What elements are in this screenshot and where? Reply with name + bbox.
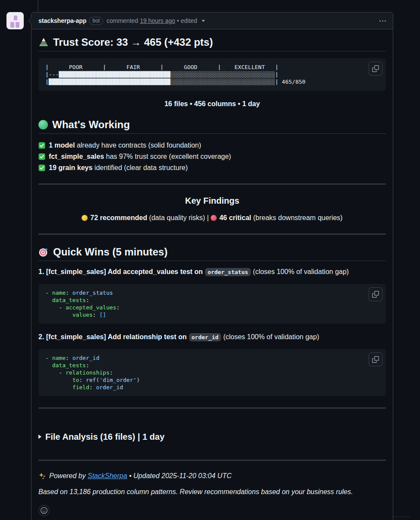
divider	[38, 183, 386, 185]
check-icon	[38, 153, 45, 160]
findings-separator: |	[205, 214, 211, 221]
scan-stats-line: 16 files • 456 columns • 1 day	[38, 99, 386, 108]
whats-working-list: 1 model already have contracts (solid fo…	[38, 141, 386, 172]
item-text: has 97% trust score (excellent coverage)	[104, 153, 231, 160]
edited-label: edited	[181, 17, 197, 24]
timestamp-link[interactable]: 19 hours ago	[140, 17, 175, 24]
comment-author[interactable]: stacksherpa-app	[38, 17, 86, 24]
list-item: 19 grain keys identified (clear data str…	[38, 163, 386, 172]
smiley-icon	[41, 507, 47, 514]
header-dot: •	[177, 17, 179, 24]
bar-top-line: |---█████████████████████████████████░░░…	[45, 71, 379, 78]
divider	[38, 407, 386, 409]
footnote-line: Based on 13,186 production column patter…	[38, 487, 386, 496]
item-bold: 1 model	[49, 142, 75, 149]
trust-score-title: Trust Score: 33 → 465 (+432 pts)	[53, 36, 213, 48]
triangle-right-icon	[38, 435, 41, 439]
quick-wins-title: Quick Wins (5 minutes)	[53, 246, 167, 258]
powered-by-line: Powered by StackSherpa • Updated 2025-11…	[38, 471, 386, 480]
code-block: - name: order_status data_tests: - accep…	[38, 284, 386, 324]
critical-count: 46 critical	[219, 214, 251, 221]
item-bold: [fct_simple_sales] Add accepted_values t…	[44, 268, 203, 275]
comment-options-kebab-icon[interactable]	[379, 20, 386, 22]
quick-wins-heading: Quick Wins (5 minutes)	[38, 246, 386, 261]
updated-text: • Updated 2025-11-20 03:04 UTC	[129, 472, 231, 479]
item-bold: 19 grain keys	[49, 164, 92, 171]
item-number: 2.	[38, 333, 44, 340]
whats-working-heading: What's Working	[38, 119, 386, 134]
item-number: 1.	[38, 268, 44, 275]
item-bold: fct_simple_sales	[49, 153, 104, 160]
bar-bottom-line: |████████████████████████████████████░░░…	[45, 78, 379, 85]
file-analysis-details: File Analysis (16 files) | 1 day	[38, 431, 386, 442]
key-findings-heading: Key Findings	[38, 195, 386, 206]
check-icon	[38, 142, 45, 149]
trust-score-heading: Trust Score: 33 → 465 (+432 pts)	[38, 36, 386, 51]
avatar-logo-shape	[10, 22, 14, 28]
avatar-logo-shape	[16, 22, 19, 28]
copy-button[interactable]	[369, 353, 382, 366]
quick-win-item: 2. [fct_simple_sales] Add relationship t…	[38, 332, 386, 342]
copy-button[interactable]	[369, 287, 382, 301]
item-text: identified (clear data structure)	[92, 164, 188, 171]
avatar[interactable]	[6, 12, 24, 29]
file-analysis-title: File Analysis (16 files) | 1 day	[45, 431, 164, 442]
stacksherpa-link[interactable]: StackSherpa	[88, 472, 127, 479]
powered-by-text: Powered by	[49, 472, 86, 479]
target-icon	[38, 247, 49, 257]
copy-icon	[372, 65, 379, 72]
recommended-count: 72 recommended	[90, 214, 147, 221]
inline-code-chip: order_status	[205, 268, 251, 276]
bar-labels-line: | POOR | FAIR | GOOD | EXCELLENT |	[45, 63, 379, 71]
copy-icon	[372, 356, 379, 363]
commented-label: commented	[107, 17, 138, 24]
critical-note: (breaks downstream queries)	[251, 214, 343, 221]
item-rest: (closes 100% of validation gap)	[253, 268, 349, 275]
github-issue-comment-page: stacksherpa-app bot commented 19 hours a…	[0, 0, 420, 520]
quick-win-item: 1. [fct_simple_sales] Add accepted_value…	[38, 267, 386, 277]
copy-icon	[372, 291, 379, 298]
divider	[38, 460, 386, 461]
check-icon	[38, 164, 45, 171]
inline-code-chip: order_id	[189, 333, 221, 341]
bot-badge: bot	[89, 17, 103, 25]
green-circle-icon	[38, 120, 48, 129]
key-findings-line: 72 recommended (data quality risks) | 46…	[38, 213, 386, 222]
mountain-icon	[38, 37, 49, 47]
sparkles-icon	[38, 472, 46, 480]
reaction-row	[38, 505, 386, 516]
list-item: fct_simple_sales has 97% trust score (ex…	[38, 152, 386, 161]
whats-working-title: What's Working	[52, 119, 130, 131]
file-analysis-summary[interactable]: File Analysis (16 files) | 1 day	[38, 431, 386, 442]
trust-score-ascii-bar: | POOR | FAIR | GOOD | EXCELLENT ||---██…	[38, 58, 386, 91]
item-bold: [fct_simple_sales] Add relationship test…	[44, 333, 186, 340]
divider	[38, 233, 386, 235]
avatar-logo-shape	[14, 16, 17, 20]
item-text: already have contracts (solid foundation…	[75, 142, 201, 149]
code-block: - name: order_id data_tests: - relations…	[38, 349, 386, 396]
comment-header: stacksherpa-app bot commented 19 hours a…	[32, 13, 393, 29]
recommended-note: (data quality risks)	[147, 214, 205, 221]
comment-body: Trust Score: 33 → 465 (+432 pts) | POOR …	[32, 29, 393, 520]
add-reaction-button[interactable]	[38, 505, 50, 516]
yellow-circle-icon	[82, 215, 88, 221]
list-item: 1 model already have contracts (solid fo…	[38, 141, 386, 150]
item-rest: (closes 100% of validation gap)	[223, 333, 319, 340]
copy-button[interactable]	[369, 62, 382, 76]
bot-comment-card: stacksherpa-app bot commented 19 hours a…	[31, 12, 393, 520]
red-circle-icon	[211, 215, 217, 221]
edited-history-caret-icon[interactable]	[202, 20, 205, 22]
